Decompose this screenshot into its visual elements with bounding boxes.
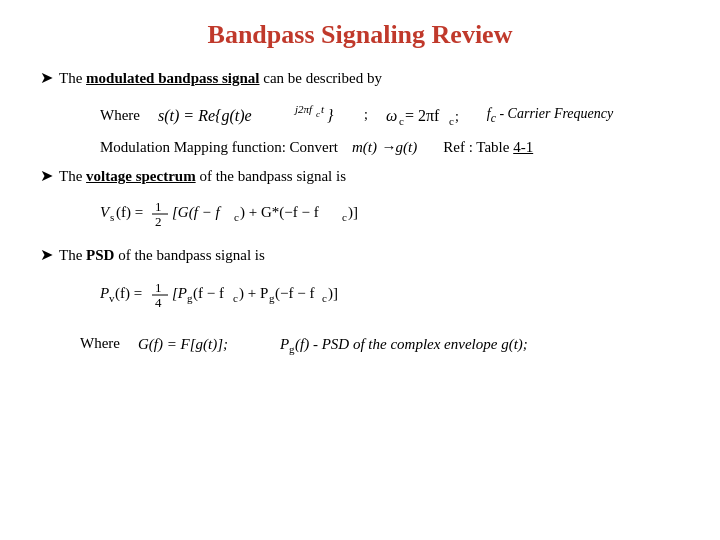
svg-text:)]: )] <box>348 204 358 221</box>
formula-st-svg: s(t) = Re{g(t)e j2πf c t } <box>158 99 348 131</box>
bullet-1-line: ➤ The modulated bandpass signal can be d… <box>40 68 680 89</box>
svg-text:[G(f − f: [G(f − f <box>172 204 221 221</box>
svg-text:s: s <box>110 211 114 223</box>
svg-text:ω: ω <box>386 107 397 124</box>
svg-text:(f) - PSD of the complex envel: (f) - PSD of the complex envelope g(t); <box>295 336 528 353</box>
psd-formula-svg: P v (f) = 1 4 [P g (f − f c ) + P g (−f … <box>100 272 440 314</box>
svg-text:) + P: ) + P <box>239 285 268 302</box>
svg-text:c: c <box>234 211 239 223</box>
page: Bandpass Signaling Review ➤ The modulate… <box>0 0 720 540</box>
svg-text:P: P <box>280 336 289 352</box>
modulation-row: Modulation Mapping function: Convert m(t… <box>100 139 680 156</box>
svg-text:}: } <box>327 107 334 124</box>
svg-text:c: c <box>342 211 347 223</box>
svg-text:1: 1 <box>155 280 162 295</box>
voltage-spectrum-formula-svg: V s (f) = 1 2 [G(f − f c ) + G*(−f − f c… <box>100 193 420 231</box>
bullet-1-suffix: can be described by <box>259 70 381 86</box>
fc-description: fc - Carrier Frequency <box>487 106 613 125</box>
bullet-1-text: The modulated bandpass signal can be des… <box>59 68 382 89</box>
bullet-2-text: The voltage spectrum of the bandpass sig… <box>59 166 346 187</box>
bullet-3-line: ➤ The PSD of the bandpass signal is <box>40 245 680 266</box>
bullet-2-section: ➤ The voltage spectrum of the bandpass s… <box>40 166 680 235</box>
modulated-bandpass-signal-text: modulated bandpass signal <box>86 70 259 86</box>
where-label-2: Where <box>80 335 120 352</box>
svg-text:c: c <box>399 115 404 127</box>
page-title: Bandpass Signaling Review <box>40 20 680 50</box>
psd-text: PSD <box>86 247 114 263</box>
svg-text:c: c <box>449 115 454 127</box>
where-label-1: Where <box>100 107 140 124</box>
formula-omega-svg: ω c = 2πf c ; <box>386 99 471 131</box>
bullet-2-line: ➤ The voltage spectrum of the bandpass s… <box>40 166 680 187</box>
where-formula-row-2: Where G(f) = F[g(t)]; P g (f) - PSD of t… <box>80 328 680 358</box>
formula-separator: ; <box>364 107 368 123</box>
bullet-arrow-3: ➤ <box>40 245 53 264</box>
modulation-text: Modulation Mapping function: Convert <box>100 139 338 156</box>
formula-Pg-desc-svg: P g (f) - PSD of the complex envelope g(… <box>280 328 590 358</box>
bullet-3-text: The PSD of the bandpass signal is <box>59 245 265 266</box>
where-formula-row-1: Where s(t) = Re{g(t)e j2πf c t } ; ω c =… <box>100 99 680 131</box>
svg-text:4: 4 <box>155 295 162 310</box>
mapping-formula: m(t) →g(t) <box>352 139 417 156</box>
svg-text:) + G*(−f − f: ) + G*(−f − f <box>240 204 319 221</box>
svg-text:)]: )] <box>328 285 338 302</box>
svg-text:;: ; <box>455 109 459 124</box>
svg-text:j2πf: j2πf <box>293 103 314 115</box>
svg-text:c: c <box>233 292 238 304</box>
svg-text:2: 2 <box>155 214 162 229</box>
svg-text:c: c <box>322 292 327 304</box>
formula-Gf-svg: G(f) = F[g(t)]; <box>138 328 268 358</box>
svg-text:[P: [P <box>172 285 187 301</box>
svg-text:(f) =: (f) = <box>115 285 142 302</box>
svg-text:G(f) = F[g(t)];: G(f) = F[g(t)]; <box>138 336 228 353</box>
voltage-spectrum-formula-container: V s (f) = 1 2 [G(f − f c ) + G*(−f − f c… <box>100 193 680 235</box>
svg-text:(f − f: (f − f <box>193 285 224 302</box>
voltage-spectrum-text: voltage spectrum <box>86 168 196 184</box>
svg-text:1: 1 <box>155 199 162 214</box>
svg-text:s(t) = Re{g(t)e: s(t) = Re{g(t)e <box>158 107 252 125</box>
bullet-arrow-1: ➤ <box>40 68 53 87</box>
svg-text:(f) =: (f) = <box>116 204 143 221</box>
svg-text:P: P <box>100 285 109 301</box>
table-ref-link: 4-1 <box>513 139 533 155</box>
psd-formula-container: P v (f) = 1 4 [P g (f − f c ) + P g (−f … <box>100 272 680 318</box>
svg-text:(−f − f: (−f − f <box>275 285 314 302</box>
ref-text: Ref : Table 4-1 <box>443 139 533 156</box>
bullet-arrow-2: ➤ <box>40 166 53 185</box>
bullet-3-section: ➤ The PSD of the bandpass signal is P v … <box>40 245 680 318</box>
svg-text:t: t <box>321 103 325 115</box>
svg-text:c: c <box>316 109 320 119</box>
bullet-1-section: ➤ The modulated bandpass signal can be d… <box>40 68 680 89</box>
svg-text:= 2πf: = 2πf <box>405 107 440 124</box>
